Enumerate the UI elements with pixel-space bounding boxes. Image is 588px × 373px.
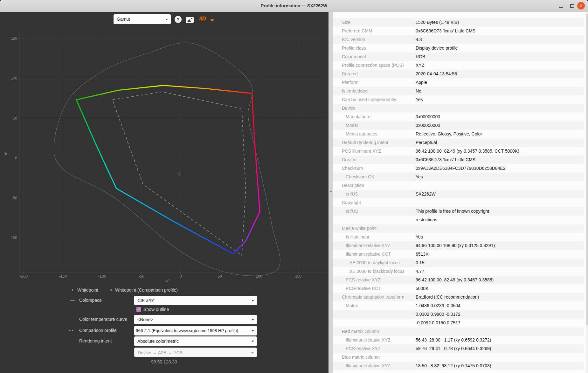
comparison-dash-marker-icon: - - [69, 328, 73, 333]
row-value: 1520 Bytes (1.48 KiB) [416, 18, 459, 27]
comparison-profile-value: 966-2.1 (Equivalent to www.srgb.com 1998… [134, 326, 251, 335]
table-row: Is embeddedNo [333, 87, 584, 95]
row-value: XYZ [416, 61, 424, 70]
comparison-profile-select[interactable]: 966-2.1 (Equivalent to www.srgb.com 1998… [134, 326, 257, 335]
row-value: 0x6C636D73 'lcms' Little CMS [416, 155, 475, 164]
row-label: Media attributes [346, 130, 377, 138]
table-row: Can be used independentlyYes [333, 95, 584, 104]
table-row: PCS illuminant XYZ96.42 100.00 82.49 (xy… [333, 147, 584, 155]
row-value: Yes [416, 173, 423, 181]
table-row: PCS-relative CCT5000K [333, 284, 584, 293]
x-tick-label: 100 [256, 274, 262, 279]
color-temperature-curve-label: Color temperature curve [79, 317, 127, 322]
table-row: Media white point [333, 224, 584, 233]
row-value: 6513K [416, 250, 428, 259]
color-temperature-curve-value: <None> [134, 315, 251, 324]
table-row: ICC version4.3 [333, 35, 584, 44]
rendering-intent-select[interactable]: Absolute colorimetric [134, 336, 257, 346]
close-button[interactable]: ✕ [577, 2, 585, 10]
x-tick-label: 0 [180, 274, 182, 279]
row-label: Preferred CMM [342, 27, 372, 35]
y-axis-title: b* [3, 151, 8, 155]
show-outline-checkbox[interactable] [136, 307, 141, 312]
row-label: Profile connection space (PCS) [342, 61, 404, 70]
comparison-whitepoint-marker-icon: × [109, 287, 112, 293]
table-row: Creator0x6C636D73 'lcms' Little CMS [333, 155, 584, 164]
row-label: en/US [346, 190, 358, 198]
colorspace-label: Colorspace [79, 298, 102, 303]
table-row: Profile connection space (PCS)XYZ [333, 61, 584, 70]
table-row: 0.0302 0.9900 -0.0172 [333, 310, 584, 319]
chevron-down-icon [252, 319, 254, 321]
profile-info-panel: Size1520 Bytes (1.48 KiB)Preferred CMM0x… [333, 12, 588, 373]
table-row: Size1520 Bytes (1.48 KiB) [333, 18, 584, 27]
row-label: Creator [342, 155, 357, 164]
table-row: -0.0092 0.0150 0.7517 [333, 319, 584, 327]
row-value: restrictions. [416, 216, 439, 224]
titlebar: Profile information — SX2262W ✕ [0, 0, 588, 12]
row-label: Illuminant-relative CCT [346, 250, 391, 259]
table-row: Color modelRGB [333, 52, 584, 61]
table-row: Copyright [333, 198, 584, 207]
y-tick-label: 100 [11, 76, 17, 80]
row-label: Chromatic adaptation transform [342, 293, 404, 301]
row-value: 18.50 8.82 98.12 (xy 0.1475 0.0703) [416, 362, 491, 370]
table-row: Manufacturer0x00000000 [333, 113, 584, 121]
row-value: 5000K [416, 284, 428, 293]
row-value: Apple [416, 78, 427, 87]
color-temperature-curve-select[interactable]: <None> [134, 315, 257, 324]
y-tick-label: 150 [11, 36, 17, 41]
gamut-chart: -200-150-100-50050100150150100500-50-100… [0, 12, 329, 286]
comparison-whitepoint-legend-label: Whitepoint (Comparison profile) [115, 287, 178, 293]
row-value: Display device profile [416, 44, 458, 52]
row-value: 0x9A13A2DE6184FC3D779030D6258D84E2 [416, 164, 506, 173]
row-label: Is embedded [342, 87, 368, 95]
row-label: Platform [342, 78, 358, 87]
row-value: 2020-04-04 13:54:58 [416, 70, 457, 78]
row-value: 96.42 100.00 82.49 (xy 0.3457 0.3585) [416, 276, 494, 284]
cursor-coordinates: 99.50 128.33 [121, 359, 207, 364]
table-row: ΔE 2000 to blackbody locus4.77 [333, 267, 584, 276]
row-label: Matrix [346, 301, 358, 310]
table-row: Description [333, 181, 584, 190]
table-row: Device [333, 104, 584, 113]
panel-splitter[interactable]: ◂▸ [329, 12, 333, 373]
row-value: Yes [416, 233, 423, 241]
y-tick-label: -100 [10, 236, 17, 240]
x-tick-label: -100 [98, 274, 106, 279]
gamut-panel: Gamut ? 3D -200-150-100-5005010015015010… [0, 12, 329, 373]
row-label: Manufacturer [346, 113, 372, 121]
row-value: 56.43 28.00 1.17 (xy 0.6592 0.3272) [416, 336, 491, 344]
row-label: Default rendering intent [342, 138, 388, 147]
minimize-button[interactable] [559, 7, 563, 8]
x-tick-label: 150 [295, 274, 301, 279]
row-label: en/US [346, 207, 358, 216]
scrollbar-thumb[interactable] [586, 14, 588, 325]
chevron-down-icon [252, 330, 254, 332]
row-label: Copyright [342, 198, 361, 207]
profile-info-table: Size1520 Bytes (1.48 KiB)Preferred CMM0x… [333, 18, 584, 370]
profile-information-window: Profile information — SX2262W ✕ Gamut ? … [0, 0, 588, 373]
whitepoint-marker-icon: + [71, 287, 74, 293]
scrollbar[interactable] [586, 12, 588, 373]
table-row: ΔE 2000 to daylight locus0.15 [333, 259, 584, 267]
comparison-profile-label: Comparison profile [79, 328, 117, 333]
table-row: PCS-relative XYZ96.42 100.00 82.49 (xy 0… [333, 276, 584, 284]
table-row: Blue matrix column [333, 353, 584, 362]
table-row: Illuminant-relative XYZ18.50 8.82 98.12 … [333, 362, 584, 370]
rendering-intent-value: Absolute colorimetric [134, 336, 251, 346]
table-row: Illuminant-relative CCT6513K [333, 250, 584, 259]
row-label: Checksum [342, 164, 363, 173]
x-tick-label: -200 [20, 274, 28, 279]
colorspace-select[interactable]: CIE a*b* [134, 296, 257, 305]
row-value: This profile is free of known copyright [416, 207, 489, 216]
splitter-handle-icon[interactable]: ◂▸ [329, 190, 333, 193]
row-value: 0x00000000 [416, 113, 440, 121]
row-label: PCS-relative XYZ [346, 276, 381, 284]
row-value: 94.96 100.00 108.90 (xy 0.3125 0.3291) [416, 241, 495, 250]
table-row: PCS-relative XYZ59.76 29.41 0.78 (xy 0.6… [333, 344, 584, 353]
row-label: ΔE 2000 to blackbody locus [349, 267, 405, 276]
transform-direction-select[interactable]: Device → A2B → PCS [134, 348, 257, 357]
colorspace-value: CIE a*b* [134, 296, 251, 305]
maximize-button[interactable] [570, 4, 574, 8]
